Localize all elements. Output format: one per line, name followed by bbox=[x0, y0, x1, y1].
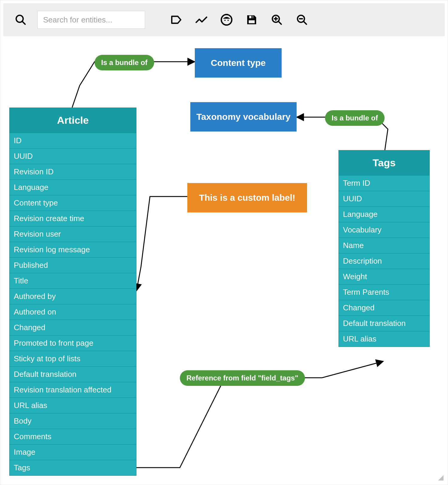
zoom-out-icon[interactable] bbox=[294, 11, 310, 28]
edge-label-bundle-tags[interactable]: Is a bundle of bbox=[325, 110, 385, 126]
entity-field-row[interactable]: UUID bbox=[339, 191, 429, 207]
entity-field-row[interactable]: Name bbox=[339, 238, 429, 253]
entity-field-row[interactable]: Image bbox=[10, 445, 136, 460]
entity-field-row[interactable]: Body bbox=[10, 413, 136, 429]
entity-field-row[interactable]: Sticky at top of lists bbox=[10, 351, 136, 367]
entity-field-row[interactable]: Authored on bbox=[10, 304, 136, 320]
entity-field-row[interactable]: Term Parents bbox=[339, 285, 429, 300]
entity-field-row[interactable]: Revision user bbox=[10, 226, 136, 242]
entity-title: Article bbox=[10, 108, 136, 133]
entity-title: Tags bbox=[339, 150, 429, 176]
app-root: Content type Taxonomy vocabulary This is… bbox=[0, 0, 448, 485]
entity-field-row[interactable]: URL alias bbox=[10, 398, 136, 413]
save-icon[interactable] bbox=[243, 11, 260, 28]
node-taxonomy-vocabulary[interactable]: Taxonomy vocabulary bbox=[190, 102, 297, 132]
diagram-canvas[interactable]: Content type Taxonomy vocabulary This is… bbox=[3, 39, 445, 482]
entity-field-row[interactable]: Changed bbox=[339, 300, 429, 316]
svg-line-1 bbox=[22, 21, 25, 24]
node-label: This is a custom label! bbox=[199, 193, 295, 203]
entity-field-row[interactable]: Description bbox=[339, 253, 429, 269]
svg-line-9 bbox=[278, 21, 281, 24]
edge-label-text: Is a bundle of bbox=[332, 114, 378, 122]
entity-field-row[interactable]: Revision translation affected bbox=[10, 382, 136, 398]
entity-field-row[interactable]: Revision ID bbox=[10, 164, 136, 180]
entity-article[interactable]: Article IDUUIDRevision IDLanguageContent… bbox=[9, 108, 136, 476]
edge-label-text: Reference from field "field_tags" bbox=[186, 374, 298, 382]
zoom-in-icon[interactable] bbox=[268, 11, 285, 28]
entity-field-row[interactable]: Default translation bbox=[339, 316, 429, 331]
entity-tags[interactable]: Tags Term IDUUIDLanguageVocabularyNameDe… bbox=[338, 150, 430, 347]
svg-rect-5 bbox=[249, 20, 255, 23]
search-icon[interactable] bbox=[12, 11, 29, 28]
svg-point-3 bbox=[224, 20, 226, 21]
entity-field-row[interactable]: Changed bbox=[10, 320, 136, 336]
svg-point-4 bbox=[227, 20, 229, 21]
toolbar bbox=[3, 3, 445, 36]
entity-field-row[interactable]: ID bbox=[10, 133, 136, 149]
label-icon[interactable] bbox=[168, 11, 185, 28]
edge-label-reference-tags[interactable]: Reference from field "field_tags" bbox=[180, 370, 305, 386]
node-custom-label[interactable]: This is a custom label! bbox=[187, 183, 307, 212]
node-content-type[interactable]: Content type bbox=[195, 48, 282, 78]
entity-field-row[interactable]: Language bbox=[339, 207, 429, 222]
entity-field-row[interactable]: Tags bbox=[10, 460, 136, 475]
entity-field-row[interactable]: Term ID bbox=[339, 176, 429, 191]
entity-field-row[interactable]: Content type bbox=[10, 195, 136, 211]
search-input[interactable] bbox=[37, 11, 145, 29]
entity-field-row[interactable]: URL alias bbox=[339, 331, 429, 347]
timeline-icon[interactable] bbox=[193, 11, 210, 28]
entity-field-row[interactable]: Published bbox=[10, 258, 136, 273]
search-wrapper bbox=[37, 11, 145, 29]
edge-label-text: Is a bundle of bbox=[101, 58, 148, 67]
entity-field-row[interactable]: Default translation bbox=[10, 367, 136, 382]
entity-field-row[interactable]: Authored by bbox=[10, 289, 136, 304]
entity-field-row[interactable]: Vocabulary bbox=[339, 222, 429, 238]
entity-field-row[interactable]: Comments bbox=[10, 429, 136, 445]
face-icon[interactable] bbox=[218, 11, 235, 28]
svg-line-13 bbox=[303, 21, 306, 24]
entity-field-row[interactable]: Revision log message bbox=[10, 242, 136, 258]
entity-field-row[interactable]: Language bbox=[10, 180, 136, 195]
resize-handle-icon[interactable] bbox=[438, 475, 444, 481]
entity-field-row[interactable]: Title bbox=[10, 273, 136, 289]
node-label: Content type bbox=[211, 58, 265, 68]
entity-field-row[interactable]: UUID bbox=[10, 149, 136, 164]
entity-field-row[interactable]: Weight bbox=[339, 269, 429, 285]
node-label: Taxonomy vocabulary bbox=[196, 112, 291, 122]
edge-label-bundle-article[interactable]: Is a bundle of bbox=[95, 55, 154, 70]
svg-rect-7 bbox=[251, 16, 253, 18]
entity-field-row[interactable]: Revision create time bbox=[10, 211, 136, 226]
entity-field-row[interactable]: Promoted to front page bbox=[10, 336, 136, 351]
svg-point-2 bbox=[221, 15, 232, 25]
